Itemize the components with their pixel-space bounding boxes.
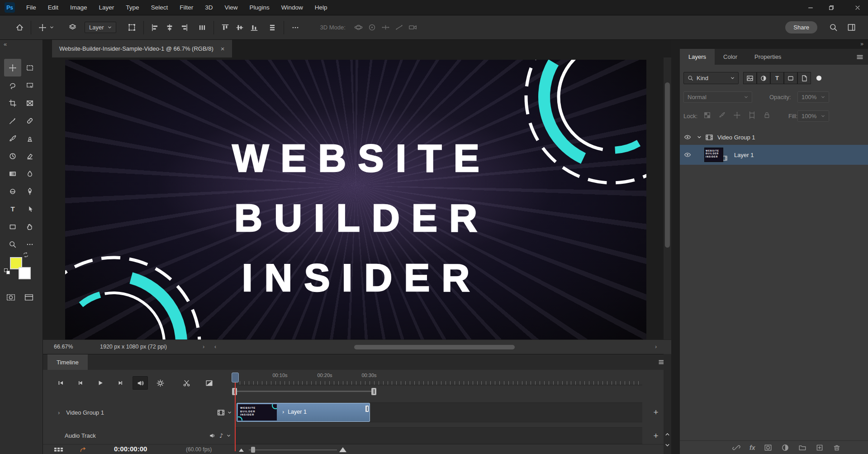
align-bottom-edges-icon[interactable]	[248, 21, 260, 34]
menu-file[interactable]: File	[20, 0, 42, 15]
horizontal-scrollbar-thumb[interactable]	[354, 345, 515, 349]
gradient-tool[interactable]	[4, 165, 21, 182]
filter-type-layers-icon[interactable]: T	[770, 72, 784, 84]
3d-orbit-icon[interactable]	[353, 21, 365, 34]
eyedropper-tool[interactable]	[4, 112, 21, 129]
3d-camera-icon[interactable]	[407, 21, 419, 34]
lock-position-icon[interactable]	[733, 111, 741, 119]
play-icon[interactable]	[93, 376, 108, 390]
visibility-eye-icon[interactable]	[683, 151, 692, 158]
zoom-in-timeline-icon[interactable]	[339, 446, 347, 453]
layer-thumbnail[interactable]: WEBSITE BUILDER INSIDER	[704, 148, 723, 162]
3d-roll-icon[interactable]	[366, 21, 378, 34]
filter-shape-layers-icon[interactable]	[784, 72, 797, 84]
timeline-clip-layer-1[interactable]: WEBSITE BUILDER INSIDER › Layer 1	[237, 403, 370, 422]
filter-smart-objects-icon[interactable]	[797, 72, 811, 84]
more-align-options-icon[interactable]	[289, 21, 301, 34]
move-tool-preset-icon[interactable]	[37, 21, 48, 34]
zoom-tool[interactable]	[4, 235, 21, 253]
new-layer-icon[interactable]	[816, 444, 824, 452]
path-selection-tool[interactable]	[21, 200, 38, 218]
blur-tool[interactable]	[21, 165, 38, 182]
visibility-eye-icon[interactable]	[683, 134, 692, 141]
document-tab[interactable]: Website-Builder-Insider-Sample-Video-1 @…	[52, 40, 232, 57]
minimize-icon[interactable]	[800, 0, 821, 15]
add-layer-mask-icon[interactable]	[764, 444, 772, 452]
playhead-handle[interactable]	[232, 373, 239, 382]
frame-tool[interactable]	[21, 94, 38, 112]
audio-track-options-caret-icon[interactable]	[227, 434, 231, 438]
timeline-settings-gear-icon[interactable]	[152, 376, 168, 390]
close-icon[interactable]	[847, 0, 868, 15]
home-icon[interactable]	[14, 21, 25, 34]
restore-icon[interactable]	[821, 0, 842, 15]
swap-colors-icon[interactable]	[23, 252, 29, 258]
show-transform-controls-icon[interactable]	[126, 21, 138, 34]
video-track-options-caret-icon[interactable]	[228, 411, 232, 415]
video-group-layer-name[interactable]: Video Group 1	[717, 134, 755, 141]
object-selection-tool[interactable]	[21, 76, 38, 94]
video-track-header[interactable]: › Video Group 1	[43, 402, 235, 422]
filter-kind-dropdown[interactable]: Kind	[683, 72, 739, 84]
video-track-filmstrip-icon[interactable]	[217, 409, 225, 416]
vertical-scrollbar-thumb[interactable]	[665, 82, 670, 248]
hand-tool[interactable]	[21, 218, 38, 235]
auto-select-layers-icon[interactable]	[66, 21, 78, 34]
align-horizontal-centers-icon[interactable]	[164, 21, 175, 34]
menu-filter[interactable]: Filter	[174, 0, 199, 15]
align-vertical-centers-icon[interactable]	[234, 21, 246, 34]
align-top-edges-icon[interactable]	[219, 21, 231, 34]
filter-adjustment-layers-icon[interactable]	[757, 72, 770, 84]
timeline-scroll-down-icon[interactable]	[665, 443, 670, 448]
menu-layer[interactable]: Layer	[93, 0, 120, 15]
search-icon[interactable]	[827, 21, 839, 34]
lock-all-icon[interactable]	[763, 111, 771, 119]
distribute-horizontal-icon[interactable]	[196, 21, 208, 34]
lock-artboard-icon[interactable]	[748, 111, 756, 119]
marquee-tool[interactable]	[21, 59, 38, 76]
opacity-dropdown[interactable]: 100%	[797, 91, 829, 103]
status-menu-chevron-icon[interactable]: ›	[203, 344, 204, 350]
menu-window[interactable]: Window	[275, 0, 309, 15]
workspace-switcher-icon[interactable]	[845, 21, 857, 34]
previous-frame-icon[interactable]	[73, 376, 88, 390]
move-tool[interactable]	[4, 59, 21, 76]
timeline-ruler[interactable]: 00:10s 00:20s 00:30s	[235, 370, 642, 385]
lock-image-pixels-icon[interactable]	[718, 111, 726, 119]
clip-trim-handle[interactable]	[365, 406, 369, 412]
pen-tool[interactable]	[21, 182, 38, 200]
type-tool[interactable]: T	[4, 200, 21, 218]
next-frame-icon[interactable]	[113, 376, 128, 390]
blend-mode-dropdown[interactable]: Normal	[683, 91, 752, 103]
3d-slide-icon[interactable]	[394, 21, 405, 34]
menu-view[interactable]: View	[218, 0, 243, 15]
default-colors-icon[interactable]	[4, 268, 10, 275]
fill-dropdown[interactable]: 100%	[797, 110, 829, 122]
frames-view-icon[interactable]	[54, 446, 65, 453]
canvas-vertical-scrollbar[interactable]	[664, 57, 671, 339]
share-button[interactable]: Share	[785, 21, 817, 33]
background-color-swatch[interactable]	[19, 267, 31, 279]
brush-tool[interactable]	[4, 129, 21, 147]
split-at-playhead-icon[interactable]	[179, 376, 194, 390]
group-expand-caret-icon[interactable]	[697, 135, 702, 139]
canvas-artwork[interactable]: WEBSITE BUILDER INSIDER	[65, 60, 646, 339]
new-group-folder-icon[interactable]	[798, 444, 806, 452]
crop-tool[interactable]	[4, 94, 21, 112]
clip-disclosure-icon[interactable]: ›	[282, 409, 284, 415]
tab-layers[interactable]: Layers	[680, 49, 715, 65]
tab-color[interactable]: Color	[715, 49, 746, 65]
rectangle-tool[interactable]	[4, 218, 21, 235]
distribute-vertical-icon[interactable]	[266, 21, 278, 34]
align-right-edges-icon[interactable]	[178, 21, 190, 34]
link-layers-icon[interactable]	[732, 444, 740, 452]
canvas-area[interactable]: WEBSITE BUILDER INSIDER	[43, 57, 664, 339]
screen-mode-icon[interactable]	[24, 293, 33, 301]
expand-panels-icon[interactable]: »	[860, 41, 863, 47]
delete-layer-trash-icon[interactable]	[833, 444, 841, 452]
layer-1-name[interactable]: Layer 1	[734, 152, 754, 158]
menu-edit[interactable]: Edit	[42, 0, 64, 15]
clone-stamp-tool[interactable]	[21, 129, 38, 147]
audio-track-lane[interactable]	[235, 427, 642, 444]
timeline-vertical-scrollbar[interactable]	[664, 354, 671, 454]
